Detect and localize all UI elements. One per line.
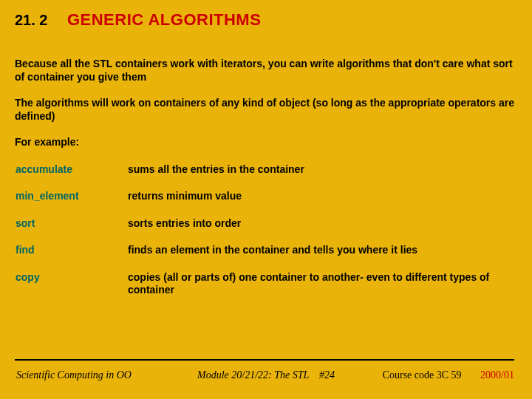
- slide-body: Because all the STL containers work with…: [15, 58, 514, 310]
- functions-table: accumulate sums all the entries in the c…: [15, 163, 514, 310]
- slide-footer: Scientific Computing in OO Module 20/21/…: [0, 369, 532, 386]
- paragraph-2: The algorithms will work on containers o…: [15, 97, 514, 123]
- table-row: accumulate sums all the entries in the c…: [15, 163, 514, 190]
- table-row: min_element returns minimum value: [15, 189, 514, 216]
- function-name: copy: [15, 270, 127, 310]
- function-name: sort: [15, 216, 127, 244]
- example-label: For example:: [15, 136, 514, 149]
- function-desc: finds an element in the container and te…: [127, 243, 514, 270]
- slide-title: GENERIC ALGORITHMS: [67, 10, 261, 30]
- slide-header: 21. 2 GENERIC ALGORITHMS: [15, 10, 517, 30]
- footer-year: 2000/01: [480, 369, 514, 381]
- table-row: find finds an element in the container a…: [15, 243, 514, 270]
- paragraph-1: Because all the STL containers work with…: [15, 58, 514, 83]
- function-name: find: [15, 243, 127, 270]
- table-row: sort sorts entries into order: [15, 216, 514, 244]
- function-desc: returns minimum value: [127, 189, 514, 216]
- table-row: copy copies (all or parts of) one contai…: [15, 270, 514, 310]
- footer-page: #24: [319, 369, 335, 381]
- footer-module: Module 20/21/22: The STL: [197, 369, 309, 381]
- slide: 21. 2 GENERIC ALGORITHMS Because all the…: [0, 0, 532, 399]
- section-number: 21. 2: [15, 12, 47, 29]
- footer-right: Course code 3C 59 2000/01: [383, 369, 514, 381]
- function-name: min_element: [15, 189, 127, 216]
- footer-course-code: Course code 3C 59: [383, 369, 462, 381]
- footer-divider: [15, 359, 514, 361]
- function-name: accumulate: [15, 163, 127, 190]
- function-desc: sums all the entries in the container: [127, 163, 514, 190]
- function-desc: copies (all or parts of) one container t…: [127, 270, 514, 310]
- function-desc: sorts entries into order: [127, 216, 514, 244]
